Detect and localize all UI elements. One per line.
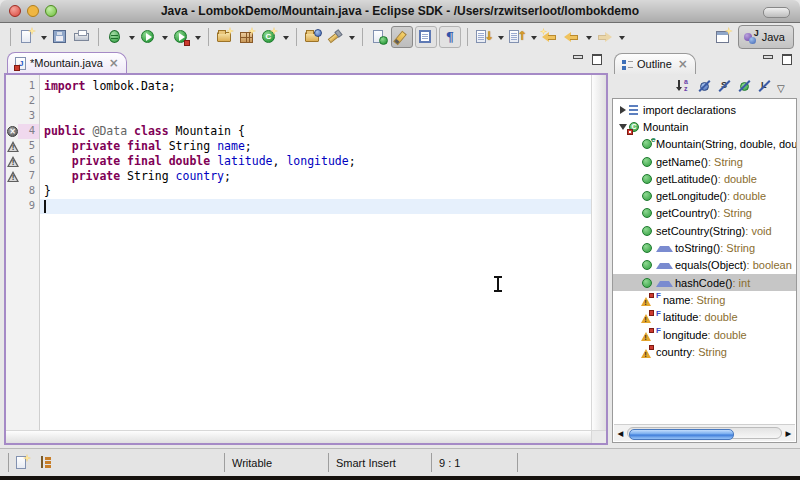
toggle-mark-occurrences-icon[interactable] — [391, 26, 413, 48]
run-dropdown-icon[interactable] — [162, 36, 168, 40]
code-line-7[interactable]: private String country; — [40, 169, 591, 184]
new-java-class-icon[interactable]: C — [259, 27, 279, 47]
outline-item-getname[interactable]: getName() : String — [613, 153, 796, 170]
editor-tab-close-icon[interactable]: × — [109, 56, 119, 70]
new-java-class-dropdown-icon[interactable] — [283, 36, 289, 40]
outline-minimize-icon[interactable] — [762, 54, 773, 64]
gutter-line-9[interactable]: 9 — [6, 199, 39, 214]
gutter-line-1[interactable]: 1 — [6, 79, 39, 94]
gutter-line-5[interactable]: !5 — [6, 139, 39, 154]
run-external-tools-dropdown-icon[interactable] — [195, 36, 201, 40]
code-line-8[interactable]: } — [40, 184, 591, 199]
outline-item-mountain-string-double-double[interactable]: cMountain(String, double, double) — [613, 136, 796, 153]
forward-icon[interactable] — [595, 27, 615, 47]
outline-item-setcountry-string[interactable]: setCountry(String) : void — [613, 222, 796, 239]
next-annotation-dropdown-icon[interactable] — [498, 36, 504, 40]
gutter-line-6[interactable]: !6 — [6, 154, 39, 169]
gutter-line-7[interactable]: !7 — [6, 169, 39, 184]
back-icon[interactable] — [562, 27, 582, 47]
outline-maximize-icon[interactable] — [781, 54, 792, 64]
warning-marker-icon[interactable]: ! — [7, 171, 19, 182]
new-wizard-dropdown-icon[interactable] — [41, 36, 47, 40]
error-marker-icon[interactable]: × — [7, 126, 18, 137]
new-java-project-icon[interactable] — [215, 27, 235, 47]
outline-item-getlongitude[interactable]: getLongitude() : double — [613, 187, 796, 204]
outline-scroll-thumb[interactable] — [629, 429, 734, 441]
sort-icon[interactable]: az — [677, 78, 694, 95]
next-annotation-icon[interactable]: ↓ — [474, 27, 494, 47]
hide-fields-icon[interactable] — [697, 78, 714, 95]
print-icon[interactable] — [72, 27, 92, 47]
outline-item-import-declarations[interactable]: import declarations — [613, 101, 796, 118]
java-perspective-button[interactable]: J Java — [738, 25, 794, 49]
trim-outline-icon[interactable] — [38, 454, 56, 472]
gutter-line-8[interactable]: 8 — [6, 184, 39, 199]
scroll-right-icon[interactable]: ▶ — [782, 429, 795, 438]
close-window-button[interactable] — [9, 5, 21, 17]
outline-item-tostring[interactable]: toString() : String — [613, 239, 796, 256]
outline-item-hashcode[interactable]: hashCode() : int — [613, 274, 796, 291]
outline-tab[interactable]: Outline × — [614, 53, 696, 74]
code-area[interactable]: import lombok.Data;public @Data class Mo… — [40, 75, 591, 430]
debug-dropdown-icon[interactable] — [129, 36, 135, 40]
scroll-left-icon[interactable]: ◀ — [614, 429, 627, 438]
search-icon[interactable] — [325, 27, 345, 47]
open-type-icon[interactable] — [303, 27, 323, 47]
new-java-package-icon[interactable] — [237, 27, 257, 47]
new-wizard-icon[interactable] — [17, 27, 37, 47]
editor-maximize-icon[interactable] — [591, 54, 602, 64]
outline-item-getlatitude[interactable]: getLatitude() : double — [613, 170, 796, 187]
editor-horizontal-scrollbar[interactable] — [6, 430, 591, 443]
outline-horizontal-scrollbar[interactable]: ◀ ▶ — [614, 424, 795, 441]
editor-tab-mountain-java[interactable]: J *Mountain.java × — [7, 52, 127, 73]
forward-dropdown-icon[interactable] — [619, 36, 625, 40]
zoom-window-button[interactable] — [45, 5, 57, 17]
search-dropdown-icon[interactable] — [349, 36, 355, 40]
toggle-breadcrumb-icon[interactable] — [369, 27, 389, 47]
warning-marker-icon[interactable]: ! — [7, 156, 19, 167]
gutter-line-2[interactable]: 2 — [6, 94, 39, 109]
previous-annotation-dropdown-icon[interactable] — [531, 36, 537, 40]
previous-annotation-icon[interactable]: ↑ — [507, 27, 527, 47]
outline-item-mountain[interactable]: CMountain — [613, 118, 796, 135]
view-menu-icon[interactable]: ▽ — [777, 78, 794, 95]
outline-item-latitude[interactable]: Flatitude : double — [613, 309, 796, 326]
outline-item-name[interactable]: Fname : String — [613, 291, 796, 308]
trim-editor-icon[interactable] — [14, 454, 32, 472]
collapsed-expander-icon[interactable] — [618, 106, 628, 114]
back-dropdown-icon[interactable] — [586, 36, 592, 40]
hide-non-public-members-icon[interactable] — [737, 78, 754, 95]
gutter-line-4[interactable]: ×4 — [6, 124, 39, 139]
code-line-3[interactable] — [40, 109, 591, 124]
run-icon[interactable] — [138, 27, 158, 47]
outline-scroll-track[interactable] — [627, 427, 782, 439]
outline-tab-close-icon[interactable]: × — [678, 57, 688, 71]
show-source-of-selected-element-icon[interactable] — [415, 26, 437, 48]
save-icon[interactable] — [50, 27, 70, 47]
show-whitespace-characters-icon[interactable]: ¶ — [439, 26, 461, 48]
outline-item-longitude[interactable]: Flongitude : double — [613, 326, 796, 343]
toolbar-toggle-capsule[interactable] — [763, 7, 790, 18]
editor-gutter[interactable]: 123×4!5!6!789 — [6, 75, 40, 430]
code-line-2[interactable] — [40, 94, 591, 109]
minimize-window-button[interactable] — [27, 5, 39, 17]
open-perspective-icon[interactable] — [714, 27, 734, 47]
titlebar[interactable]: Java - LombokDemo/Mountain.java - Eclips… — [0, 0, 800, 23]
hide-local-types-icon[interactable]: L — [757, 78, 774, 95]
outline-item-getcountry[interactable]: getCountry() : String — [613, 205, 796, 222]
editor-vertical-scrollbar[interactable] — [591, 75, 606, 430]
outline-item-equals-object[interactable]: equals(Object) : boolean — [613, 257, 796, 274]
warning-marker-icon[interactable]: ! — [7, 141, 19, 152]
code-line-5[interactable]: private final String name; — [40, 139, 591, 154]
outline-item-country[interactable]: country : String — [613, 343, 796, 360]
hide-static-members-icon[interactable]: S — [717, 78, 734, 95]
code-line-9[interactable] — [40, 199, 591, 214]
debug-icon[interactable] — [105, 27, 125, 47]
code-line-4[interactable]: public @Data class Mountain { — [40, 124, 591, 139]
run-external-tools-icon[interactable] — [171, 27, 191, 47]
editor-minimize-icon[interactable] — [572, 54, 583, 64]
last-edit-location-icon[interactable] — [540, 27, 560, 47]
code-line-1[interactable]: import lombok.Data; — [40, 79, 591, 94]
code-line-6[interactable]: private final double latitude, longitude… — [40, 154, 591, 169]
gutter-line-3[interactable]: 3 — [6, 109, 39, 124]
